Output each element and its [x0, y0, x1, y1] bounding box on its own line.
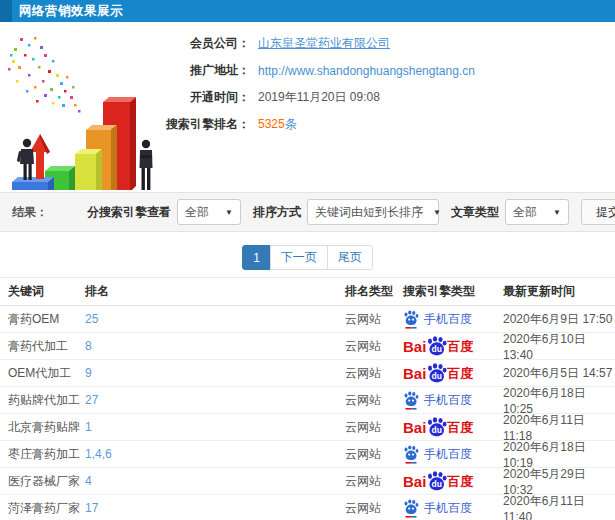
- keyword-cell: OEM代加工: [8, 365, 85, 382]
- baidu-bai-text: Bai: [403, 339, 426, 354]
- baidu-bai-text: Bai: [403, 420, 426, 435]
- article-type-select[interactable]: 全部 ▼: [505, 199, 569, 225]
- open-time-value: 2019年11月20日 09:08: [258, 89, 380, 106]
- promo-url-label: 推广地址：: [160, 62, 250, 79]
- rank-link[interactable]: 1: [85, 420, 92, 434]
- keyword-cell: 菏泽膏药厂家: [8, 500, 85, 517]
- rank-type-cell: 云网站: [345, 392, 403, 409]
- rank-link[interactable]: 1,4,6: [85, 447, 112, 461]
- header-keyword: 关键词: [8, 283, 85, 300]
- keyword-cell: 北京膏药贴牌: [8, 419, 85, 436]
- info-row-url: 推广地址： http://www.shandonghuangshengtang.…: [160, 57, 615, 84]
- header-rank: 排名: [85, 283, 345, 300]
- svg-text:du: du: [432, 425, 442, 435]
- engine-type-cell: Bai du 百度: [403, 336, 503, 356]
- engine-type-cell: Bai du 百度: [403, 363, 503, 383]
- company-link[interactable]: 山东皇圣堂药业有限公司: [258, 35, 390, 52]
- engine-rank-label: 搜索引擎排名：: [160, 116, 250, 133]
- rank-link[interactable]: 27: [85, 393, 98, 407]
- sort-filter-label: 排序方式: [253, 204, 301, 221]
- mobile-baidu-paw-icon: [403, 499, 419, 518]
- info-row-open-time: 开通时间： 2019年11月20日 09:08: [160, 84, 615, 111]
- engine-type-cell: Bai du 百度: [403, 417, 503, 437]
- baidu-paw-icon: du: [426, 336, 447, 356]
- baidu-bai-text: Bai: [403, 474, 426, 489]
- engine-filter-select[interactable]: 全部 ▼: [177, 199, 241, 225]
- baidu-name-text: 百度: [447, 475, 473, 488]
- rank-type-cell: 云网站: [345, 311, 403, 328]
- baidu-bai-text: Bai: [403, 366, 426, 381]
- article-type-label: 文章类型: [451, 204, 499, 221]
- baidu-mobile-logo: 手机百度: [403, 445, 472, 464]
- bar-chart-growth-image: [0, 30, 185, 190]
- engine-type-cell: Bai du 百度: [403, 499, 503, 518]
- engine-filter-value: 全部: [185, 204, 209, 221]
- rank-type-cell: 云网站: [345, 473, 403, 490]
- mobile-baidu-label: 手机百度: [424, 392, 472, 409]
- chevron-down-icon: ▼: [543, 208, 561, 217]
- baidu-name-text: 百度: [447, 421, 473, 434]
- table-row: 医疗器械厂家 4 云网站 Bai du 百度: [0, 468, 615, 495]
- engine-filter-label: 分搜索引擎查看: [87, 204, 171, 221]
- svg-text:du: du: [432, 371, 442, 381]
- rank-count[interactable]: 5325: [258, 117, 285, 131]
- baidu-pc-logo: Bai du 百度: [403, 336, 473, 356]
- table-row: 膏药代加工 8 云网站 Bai du 百度: [0, 333, 615, 360]
- sort-filter-select[interactable]: 关键词由短到长排序 ▼: [307, 199, 439, 225]
- header-updated: 最新更新时间: [503, 283, 615, 300]
- chevron-down-icon: ▼: [423, 208, 441, 217]
- mobile-baidu-paw-icon: [403, 310, 419, 329]
- submit-button[interactable]: 提交: [581, 199, 615, 225]
- rank-unit: 条: [285, 117, 297, 131]
- table-row: 菏泽膏药厂家 17 云网站 Bai du 百度: [0, 495, 615, 520]
- rank-type-cell: 云网站: [345, 500, 403, 517]
- updated-cell: 2020年6月10日 13:40: [503, 331, 615, 362]
- rank-link[interactable]: 8: [85, 339, 92, 353]
- keyword-cell: 膏药OEM: [8, 311, 85, 328]
- baidu-name-text: 百度: [447, 340, 473, 353]
- promo-url-link[interactable]: http://www.shandonghuangshengtang.cn: [258, 64, 475, 78]
- businessman-right-icon: [140, 140, 153, 190]
- rank-link[interactable]: 4: [85, 474, 92, 488]
- baidu-pc-logo: Bai du 百度: [403, 471, 473, 491]
- engine-rank-value[interactable]: 5325条: [258, 116, 297, 133]
- keyword-cell: 枣庄膏药加工: [8, 446, 85, 463]
- engine-type-cell: Bai du 百度: [403, 471, 503, 491]
- chevron-down-icon: ▼: [215, 208, 233, 217]
- growth-chart-illustration: [0, 30, 185, 190]
- title-bar: 网络营销效果展示: [0, 0, 615, 22]
- title-bar-accent-strip: [0, 0, 12, 22]
- open-time-label: 开通时间：: [160, 89, 250, 106]
- table-row: 药贴牌代加工 27 云网站 Bai du 百度: [0, 387, 615, 414]
- rank-link[interactable]: 25: [85, 312, 98, 326]
- table-row: 膏药OEM 25 云网站 Bai du 百度: [0, 306, 615, 333]
- table-row: 北京膏药贴牌 1 云网站 Bai du 百度: [0, 414, 615, 441]
- page-1-button[interactable]: 1: [242, 245, 271, 270]
- mobile-baidu-label: 手机百度: [424, 446, 472, 463]
- baidu-pc-logo: Bai du 百度: [403, 417, 473, 437]
- article-type-value: 全部: [513, 204, 537, 221]
- engine-type-cell: Bai du 百度: [403, 445, 503, 464]
- baidu-pc-logo: Bai du 百度: [403, 363, 473, 383]
- rank-link[interactable]: 17: [85, 501, 98, 515]
- businessman-left-icon: [17, 139, 34, 180]
- confetti-dots: [8, 37, 81, 113]
- pagination: 1 下一页 尾页: [0, 245, 615, 270]
- info-row-company: 会员公司： 山东皇圣堂药业有限公司: [160, 30, 615, 57]
- next-page-button[interactable]: 下一页: [270, 245, 328, 270]
- last-page-button[interactable]: 尾页: [327, 245, 373, 270]
- company-label: 会员公司：: [160, 35, 250, 52]
- result-label: 结果：: [12, 204, 48, 221]
- mobile-baidu-paw-icon: [403, 391, 419, 410]
- table-header-row: 关键词 排名 排名类型 搜索引擎类型 最新更新时间: [0, 278, 615, 306]
- mobile-baidu-paw-icon: [403, 445, 419, 464]
- table-row: OEM代加工 9 云网站 Bai du 百度: [0, 360, 615, 387]
- keyword-cell: 膏药代加工: [8, 338, 85, 355]
- header-rank-type: 排名类型: [345, 283, 403, 300]
- baidu-paw-icon: du: [426, 417, 447, 437]
- rank-link[interactable]: 9: [85, 366, 92, 380]
- keyword-cell: 医疗器械厂家: [8, 473, 85, 490]
- updated-cell: 2020年6月11日 11:40: [503, 493, 615, 520]
- header-engine-type: 搜索引擎类型: [403, 283, 503, 300]
- keyword-rank-table: 关键词 排名 排名类型 搜索引擎类型 最新更新时间 膏药OEM 25 云网站 B…: [0, 277, 615, 520]
